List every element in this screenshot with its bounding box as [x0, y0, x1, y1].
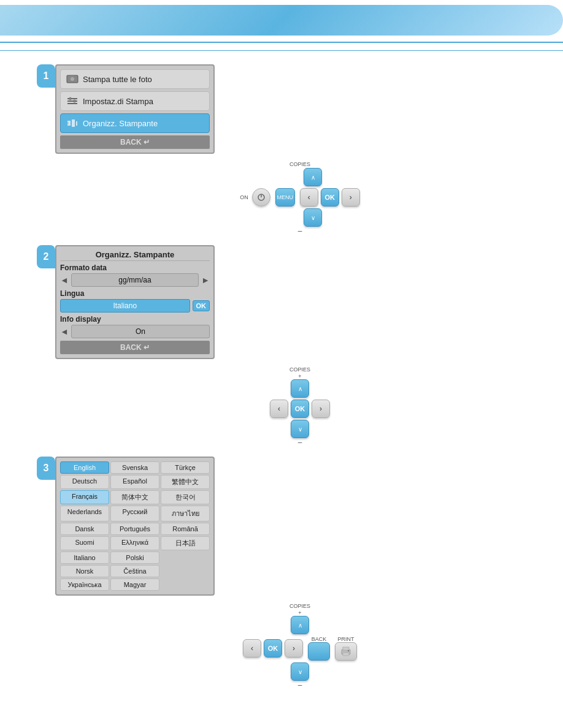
lang-ukrainian[interactable]: Українська [60, 578, 109, 591]
lang-deutsch[interactable]: Deutsch [60, 475, 109, 489]
formato-field: gg/mm/aa [71, 273, 199, 287]
lang-greek[interactable]: Ελληνικά [110, 536, 159, 550]
step-badge-2: 2 [37, 245, 55, 268]
formato-label: Formato data [60, 264, 210, 272]
lang-cestina[interactable]: Čeština [110, 565, 159, 577]
screen3-lang: English Svenska Türkçe Deutsch Español 繁… [55, 457, 215, 596]
lang-italiano[interactable]: Italiano [60, 552, 109, 564]
back-btn-group: BACK [308, 636, 330, 661]
ctrl-row-up-1: ∧ [278, 168, 322, 186]
header-line [0, 42, 563, 43]
down-button-2[interactable]: ∨ [291, 420, 309, 438]
lang-empty-2 [161, 565, 210, 577]
lang-empty-3 [161, 578, 210, 591]
lang-magyar[interactable]: Magyar [110, 578, 159, 591]
lang-japanese[interactable]: 日本語 [161, 536, 210, 550]
back-button-3[interactable] [308, 642, 330, 661]
org-title: Organizz. Stampante [60, 250, 210, 261]
screen1-back-bar[interactable]: BACK ↵ [60, 135, 210, 149]
copies-label-3: COPIES [289, 603, 310, 609]
svg-rect-16 [343, 653, 349, 656]
info-row: ◄ On [60, 325, 210, 338]
svg-rect-10 [76, 121, 77, 126]
menu-item-organizz[interactable]: Organizz. Stampante [60, 113, 210, 133]
screen2-back-bar[interactable]: BACK ↵ [60, 341, 210, 354]
info-label: Info display [60, 315, 210, 324]
lang-english[interactable]: English [60, 461, 109, 474]
step-badge-3: 3 [37, 457, 55, 480]
copies-label-2: COPIES [289, 366, 310, 373]
formato-row: ◄ gg/mm/aa ► [60, 273, 210, 287]
down-button-3[interactable]: ∨ [291, 662, 309, 681]
screen1-lcd: Stampa tutte le foto Impostaz.di Stampa [55, 64, 215, 154]
step2-block: 2 Organizz. Stampante Formato data ◄ gg/… [18, 245, 545, 359]
on-button[interactable] [252, 188, 270, 207]
menu-item-stampa[interactable]: Stampa tutte le foto [60, 69, 210, 89]
lang-portuguese[interactable]: Português [110, 523, 159, 535]
formato-left-arrow[interactable]: ◄ [60, 275, 69, 285]
settings-icon [66, 96, 79, 107]
ok-button-2[interactable]: OK [291, 400, 309, 418]
svg-rect-6 [69, 97, 71, 100]
menu-button[interactable]: MENU [275, 188, 295, 207]
lang-suomi[interactable]: Suomi [60, 536, 109, 550]
on-label: ON [240, 194, 248, 200]
plus-3: + [298, 610, 301, 616]
left-button-1[interactable]: ‹ [300, 188, 318, 207]
lang-trad-chinese[interactable]: 繁體中文 [161, 475, 210, 489]
formato-right-arrow[interactable]: ► [201, 275, 210, 285]
svg-rect-15 [343, 647, 349, 650]
lang-russian[interactable]: Русский [110, 506, 159, 521]
dash-3: – [298, 681, 302, 689]
lingua-field: Italiano [60, 299, 190, 313]
ctrl-row-down-1: ∨ [278, 208, 322, 227]
lang-dansk[interactable]: Dansk [60, 523, 109, 535]
lang-svenska[interactable]: Svenska [110, 461, 159, 474]
left-button-2[interactable]: ‹ [270, 400, 288, 418]
up-button-3[interactable]: ∧ [291, 616, 309, 634]
svg-rect-17 [348, 650, 349, 651]
up-button-2[interactable]: ∧ [291, 379, 309, 398]
screen2-org: Organizz. Stampante Formato data ◄ gg/mm… [55, 245, 215, 359]
dash-1: – [298, 227, 302, 235]
controller2: COPIES + ∧ ‹ OK › ∨ – [55, 366, 545, 447]
lang-nederlands[interactable]: Nederlands [60, 506, 109, 521]
down-button-1[interactable]: ∨ [304, 208, 322, 227]
ctrl-row-main-3: ‹ OK › BACK PRINT [243, 636, 357, 661]
svg-point-1 [71, 77, 74, 81]
lang-polski[interactable]: Polski [110, 552, 159, 564]
step1-block: 1 Stampa tutte le foto [18, 64, 545, 154]
right-button-3[interactable]: › [285, 639, 303, 658]
right-button-1[interactable]: › [342, 188, 360, 207]
header-banner [0, 0, 563, 43]
ok-button-1[interactable]: OK [321, 188, 339, 207]
controller3: COPIES + ∧ ‹ OK › BACK PRINT [55, 603, 545, 689]
dash-2: – [298, 438, 302, 447]
info-left-arrow[interactable]: ◄ [60, 327, 69, 336]
left-button-3[interactable]: ‹ [243, 639, 261, 658]
right-button-2[interactable]: › [312, 400, 330, 418]
svg-rect-7 [74, 100, 75, 102]
organize-icon [66, 118, 79, 129]
lang-turkce[interactable]: Türkçe [161, 461, 210, 474]
svg-rect-5 [67, 103, 77, 104]
lang-norsk[interactable]: Norsk [60, 565, 109, 577]
step-badge-1: 1 [37, 64, 55, 88]
print-button-3[interactable] [335, 642, 357, 661]
up-button-1[interactable]: ∧ [304, 168, 322, 186]
lang-thai[interactable]: ภาษาไทย [161, 506, 210, 521]
lang-espanol[interactable]: Español [110, 475, 159, 489]
lang-korean[interactable]: 한국어 [161, 490, 210, 504]
lang-francais[interactable]: Français [60, 490, 109, 504]
menu-item-impostaz[interactable]: Impostaz.di Stampa [60, 91, 210, 111]
lingua-ok-button[interactable]: OK [193, 300, 210, 311]
svg-rect-9 [72, 119, 75, 127]
main-content: 1 Stampa tutte le foto [0, 58, 563, 700]
ok-button-3[interactable]: OK [264, 639, 282, 658]
top-separator [0, 50, 563, 51]
lang-romanian[interactable]: Română [161, 523, 210, 535]
language-grid: English Svenska Türkçe Deutsch Español 繁… [60, 461, 210, 591]
header-bg [0, 5, 563, 36]
lang-simp-chinese[interactable]: 简体中文 [110, 490, 159, 504]
svg-rect-3 [67, 98, 77, 99]
